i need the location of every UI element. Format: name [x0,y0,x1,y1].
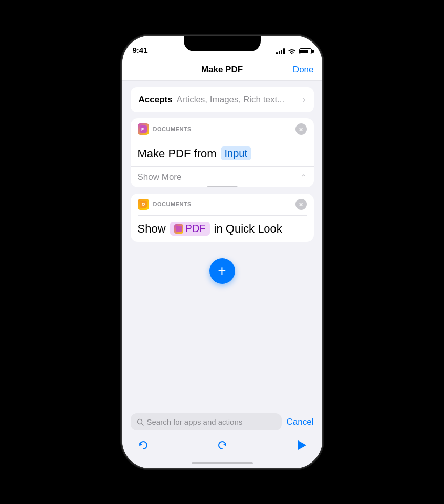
svg-rect-5 [176,226,182,232]
accepts-chevron-icon: › [303,94,306,105]
done-button[interactable]: Done [293,65,314,75]
card2-icon [138,199,149,210]
make-pdf-card: P DOCUMENTS × Make PDF from Input Show M… [131,118,314,187]
show-more-label: Show More [138,172,182,182]
svg-point-4 [142,204,144,205]
toolbar-divider [122,407,322,407]
show-pdf-card: DOCUMENTS × Show [131,194,314,242]
card2-close-button[interactable]: × [295,199,307,210]
svg-text:P: P [141,127,144,132]
card1-close-button[interactable]: × [295,123,307,135]
undo-icon [136,438,151,452]
wifi-icon [288,48,296,54]
card2-pdf-label: PDF [185,223,206,235]
play-icon [294,438,308,452]
battery-icon [299,48,312,54]
accepts-label: Accepts [139,95,173,105]
action-buttons [122,434,322,458]
card1-body: Make PDF from Input [131,140,314,166]
notch [184,36,261,51]
search-bar[interactable]: Search for apps and actions [131,413,282,430]
card1-input-token[interactable]: Input [221,146,251,160]
undo-button[interactable] [135,436,152,454]
accepts-value: Articles, Images, Rich text... [177,95,303,105]
card2-prefix: Show [138,222,166,236]
svg-line-7 [141,423,143,425]
card2-pdf-icon [174,224,183,234]
drag-handle [207,186,238,187]
nav-title: Make PDF [201,65,243,75]
status-icons [276,48,312,55]
nav-bar: Make PDF Done [122,58,322,81]
card2-suffix: in Quick Look [214,222,282,236]
search-bar-container: Search for apps and actions Cancel [122,409,322,434]
show-more-chevron-icon: ⌃ [300,173,307,182]
status-time: 9:41 [133,46,148,55]
redo-button[interactable] [214,436,231,454]
card1-icon: P [138,123,149,135]
show-more-row[interactable]: Show More ⌃ [131,166,314,187]
add-button-container: + [131,248,314,294]
signal-icon [276,48,285,54]
card1-header: P DOCUMENTS × [131,118,314,140]
search-icon [137,418,144,426]
card2-action: Show [138,222,307,236]
card1-action: Make PDF from Input [138,146,307,160]
add-action-button[interactable]: + [209,258,235,284]
card2-pdf-token[interactable]: PDF [170,222,210,236]
phone-frame: 9:41 Make PDF Done Accepts Articles, Ima… [122,36,322,468]
bottom-toolbar: Search for apps and actions Cancel [122,407,322,468]
run-button[interactable] [292,436,310,454]
home-indicator [192,462,253,464]
redo-icon [215,438,229,452]
cancel-button[interactable]: Cancel [287,417,314,427]
card2-category: DOCUMENTS [153,201,291,207]
accepts-row[interactable]: Accepts Articles, Images, Rich text... › [131,87,314,112]
card2-body: Show [131,216,314,242]
search-placeholder: Search for apps and actions [147,417,243,426]
svg-marker-10 [298,440,306,450]
card1-prefix: Make PDF from [138,147,217,160]
content-spacer [131,294,314,376]
card2-header: DOCUMENTS × [131,194,314,215]
card1-category: DOCUMENTS [153,126,291,132]
